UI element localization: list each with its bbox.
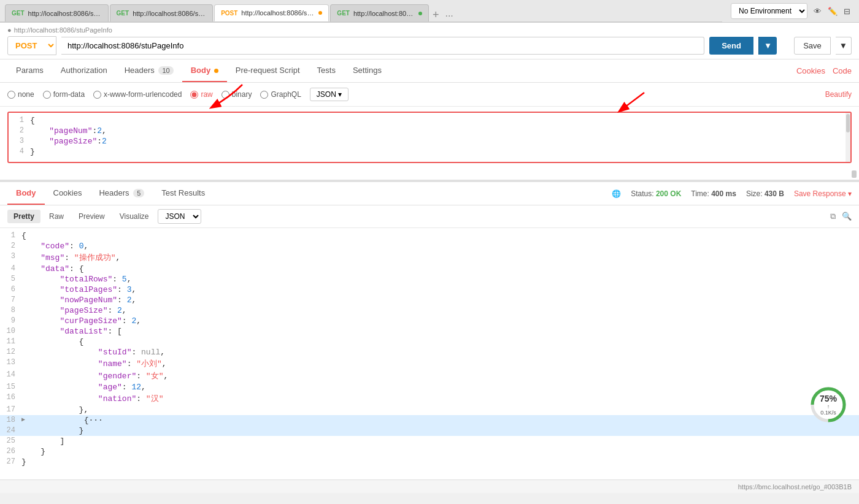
horiz-scrollbar[interactable] <box>852 170 857 178</box>
copy-icon[interactable]: ⧉ <box>830 212 836 221</box>
radio-raw[interactable]: raw <box>190 90 212 99</box>
status-bar: https://bmc.localhost.net/go_#003B1B <box>0 479 859 493</box>
collapse-arrow-icon[interactable]: ▶ <box>21 416 25 423</box>
tab-settings[interactable]: Settings <box>344 59 390 82</box>
body-type-row: none form-data x-www-form-urlencoded raw… <box>0 83 859 107</box>
view-raw-button[interactable]: Raw <box>43 210 70 223</box>
size-label: Size: 430 B <box>746 189 784 198</box>
tab-headers[interactable]: Headers 10 <box>116 59 182 82</box>
tab-2-url: http://localhost:8086/stu?userI... <box>133 10 206 17</box>
radio-urlencoded[interactable]: x-www-form-urlencoded <box>93 90 182 99</box>
resp-headers-badge: 5 <box>133 189 144 197</box>
resp-line-27: 27} <box>0 457 859 467</box>
edit-icon[interactable]: ✏️ <box>828 7 838 16</box>
radio-formdata[interactable]: form-data <box>43 90 85 99</box>
layout-icon[interactable]: ⊟ <box>844 7 850 16</box>
resp-tab-test-results[interactable]: Test Results <box>153 182 214 205</box>
send-dropdown-button[interactable]: ▼ <box>758 37 777 55</box>
json-format-button[interactable]: JSON ▾ <box>310 88 349 101</box>
code-editor-content: 1 { 2 "pageNum":2, 3 "pageSize":2 4 } <box>9 113 850 162</box>
progress-percent: 75% <box>819 394 838 403</box>
tab-4-url: http://localhost:8086/aliStu <box>353 10 415 17</box>
tab-params[interactable]: Params <box>7 59 52 82</box>
req-line-3: 3 "pageSize":2 <box>9 136 850 147</box>
resp-line-2: 2 "code": 0, <box>0 241 859 251</box>
resp-line-7: 7 "nowPageNum": 2, <box>0 295 859 305</box>
json-chevron-icon: ▾ <box>338 90 342 99</box>
resp-line-25: 25 ] <box>0 436 859 446</box>
resp-line-12: 12 "stuId": null, <box>0 347 859 357</box>
search-icon[interactable]: 🔍 <box>842 212 852 221</box>
request-tabs-bar: Params Authorization Headers 10 Body Pre… <box>0 59 859 83</box>
resp-line-17: 17 }, <box>0 405 859 415</box>
view-visualize-button[interactable]: Visualize <box>114 210 155 223</box>
resp-line-26: 26 } <box>0 446 859 457</box>
body-dot <box>214 69 218 73</box>
resp-tab-cookies[interactable]: Cookies <box>45 182 91 205</box>
req-line-1: 1 { <box>9 115 850 126</box>
beautify-button[interactable]: Beautify <box>825 90 852 99</box>
resp-line-5: 5 "totalRows": 5, <box>0 274 859 284</box>
resp-line-1: 1{ <box>0 231 859 241</box>
network-speed: ↑ 0.1K/s <box>819 403 838 416</box>
tab-2[interactable]: GET http://localhost:8086/stu?userI... <box>110 4 214 21</box>
radio-binary[interactable]: binary <box>221 90 252 99</box>
req-line-4: 4 } <box>9 147 850 157</box>
editor-scrollbar-thumb[interactable] <box>846 114 850 132</box>
code-link[interactable]: Code <box>833 66 852 75</box>
time-label: Time: 400 ms <box>691 189 736 198</box>
response-toolbar: Pretty Raw Preview Visualize JSON ⧉ 🔍 <box>0 205 859 228</box>
response-format-select[interactable]: JSON <box>158 209 201 224</box>
tab-1-method: GET <box>12 10 25 17</box>
tab-authorization[interactable]: Authorization <box>52 59 116 82</box>
more-tabs-button[interactable]: ··· <box>442 10 455 21</box>
request-body-editor[interactable]: 1 { 2 "pageNum":2, 3 "pageSize":2 4 } <box>7 112 852 163</box>
environment-select[interactable]: No Environment <box>731 3 807 19</box>
response-status: 🌐 Status: 200 OK Time: 400 ms Size: 430 … <box>612 189 852 198</box>
eye-icon[interactable]: 👁 <box>814 7 822 16</box>
globe-icon: 🌐 <box>612 189 621 198</box>
resp-line-11: 11 { <box>0 337 859 347</box>
save-response-button[interactable]: Save Response ▾ <box>794 189 852 198</box>
cookies-link[interactable]: Cookies <box>796 66 825 75</box>
resp-line-3: 3 "msg": "操作成功", <box>0 251 859 264</box>
resp-line-8: 8 "pageSize": 2, <box>0 305 859 316</box>
editor-scrollbar[interactable] <box>846 113 850 162</box>
network-speed-indicator: 75% ↑ 0.1K/s <box>809 385 848 424</box>
resp-line-6: 6 "totalPages": 3, <box>0 284 859 295</box>
resp-tab-headers[interactable]: Headers 5 <box>90 182 153 205</box>
send-button[interactable]: Send <box>709 37 753 55</box>
req-line-2: 2 "pageNum":2, <box>9 126 850 136</box>
view-pretty-button[interactable]: Pretty <box>7 210 40 223</box>
response-section: Body Cookies Headers 5 Test Results 🌐 St… <box>0 180 859 479</box>
resp-line-16: 16 "nation": "汉" <box>0 392 859 405</box>
tab-2-method: GET <box>117 10 129 17</box>
resp-line-24: 24 } <box>0 426 859 436</box>
add-tab-button[interactable]: + <box>430 9 442 21</box>
resp-line-10: 10 "dataList": [ <box>0 326 859 337</box>
method-select[interactable]: POST <box>7 36 56 55</box>
resp-line-13: 13 "name": "小刘", <box>0 357 859 370</box>
tab-3-url: http://localhost:8086/stuPageI... <box>241 9 315 17</box>
view-preview-button[interactable]: Preview <box>72 210 111 223</box>
url-input[interactable] <box>61 37 704 55</box>
radio-graphql[interactable]: GraphQL <box>260 90 301 99</box>
save-dropdown-button[interactable]: ▼ <box>836 37 852 55</box>
resp-line-18: 18 ▶ {··· <box>0 415 859 426</box>
tab-4-dot <box>418 12 422 15</box>
tab-4-method: GET <box>337 10 350 17</box>
time-value: 400 ms <box>711 189 736 198</box>
headers-badge: 10 <box>158 66 173 75</box>
tab-1[interactable]: GET http://localhost:8086/stu/1 <box>5 4 109 21</box>
tab-3[interactable]: POST http://localhost:8086/stuPageI... <box>214 4 329 21</box>
tab-1-url: http://localhost:8086/stu/1 <box>28 10 102 17</box>
tab-4[interactable]: GET http://localhost:8086/aliStu <box>330 4 429 21</box>
save-button[interactable]: Save <box>794 37 831 55</box>
tab-body[interactable]: Body <box>182 59 227 82</box>
response-body-code: 1{ 2 "code": 0, 3 "msg": "操作成功", 4 "data… <box>0 228 859 479</box>
tab-tests[interactable]: Tests <box>309 59 344 82</box>
response-tabs-bar: Body Cookies Headers 5 Test Results 🌐 St… <box>0 182 859 205</box>
tab-pre-request[interactable]: Pre-request Script <box>227 59 309 82</box>
resp-tab-body[interactable]: Body <box>7 182 45 205</box>
radio-none[interactable]: none <box>7 90 34 99</box>
